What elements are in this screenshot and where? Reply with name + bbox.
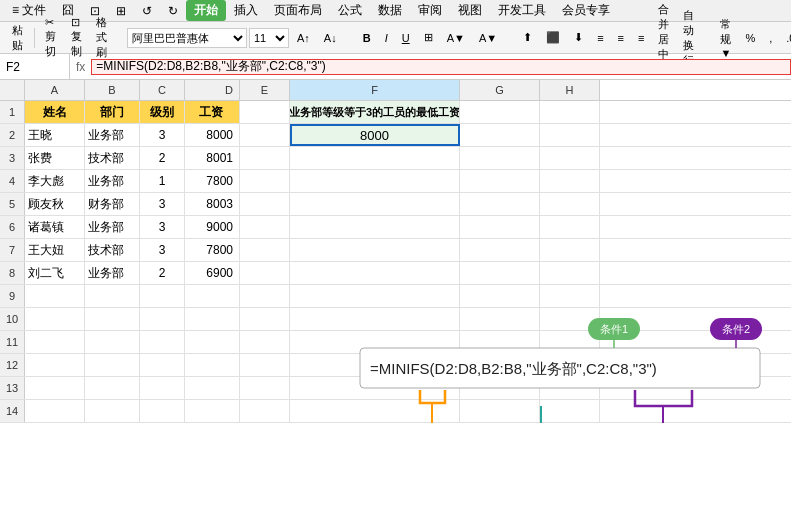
border-button[interactable]: ⊞ [418,28,439,47]
col-header-h[interactable]: H [540,80,600,100]
cell-c1[interactable]: 级别 [140,101,185,123]
cell-e7[interactable] [240,239,290,261]
menu-view[interactable]: 视图 [450,0,490,21]
cell-e6[interactable] [240,216,290,238]
cell-f8[interactable] [290,262,460,284]
cell-b7[interactable]: 技术部 [85,239,140,261]
format-painter-button[interactable]: 格式刷 [90,12,113,63]
cell-f9[interactable] [290,285,460,307]
cell-a1[interactable]: 姓名 [25,101,85,123]
cell-g5[interactable] [460,193,540,215]
cell-reference[interactable]: F2 [0,54,70,79]
align-top-button[interactable]: ⬆ [517,28,538,47]
cell-e5[interactable] [240,193,290,215]
cell-b9[interactable] [85,285,140,307]
cell-e3[interactable] [240,147,290,169]
cell-c8[interactable]: 2 [140,262,185,284]
cell-a2[interactable]: 王晓 [25,124,85,146]
align-right-button[interactable]: ≡ [632,29,650,47]
cell-f5[interactable] [290,193,460,215]
comma-button[interactable]: , [763,29,778,47]
cell-h5[interactable] [540,193,600,215]
font-name-select[interactable]: 阿里巴巴普惠体 [127,28,247,48]
col-header-g[interactable]: G [460,80,540,100]
cell-f1[interactable]: 业务部等级等于3的工员的最低工资 [290,101,460,123]
cell-h9[interactable] [540,285,600,307]
cell-b2[interactable]: 业务部 [85,124,140,146]
cell-h8[interactable] [540,262,600,284]
fill-color-button[interactable]: A▼ [441,29,471,47]
cell-d5[interactable]: 8003 [185,193,240,215]
increase-decimal-button[interactable]: .0 [780,29,791,47]
cell-b5[interactable]: 财务部 [85,193,140,215]
cell-d6[interactable]: 9000 [185,216,240,238]
cell-g7[interactable] [460,239,540,261]
cell-f7[interactable] [290,239,460,261]
cell-e1[interactable] [240,101,290,123]
font-grow-button[interactable]: A↑ [291,29,316,47]
menu-data[interactable]: 数据 [370,0,410,21]
cell-e4[interactable] [240,170,290,192]
cell-e2[interactable] [240,124,290,146]
font-size-select[interactable]: 11 [249,28,289,48]
font-shrink-button[interactable]: A↓ [318,29,343,47]
menu-formula[interactable]: 公式 [330,0,370,21]
cell-g6[interactable] [460,216,540,238]
col-header-d[interactable]: D [185,80,240,100]
align-center-button[interactable]: ≡ [612,29,630,47]
menu-page-layout[interactable]: 页面布局 [266,0,330,21]
cell-d1[interactable]: 工资 [185,101,240,123]
col-header-b[interactable]: B [85,80,140,100]
cell-d8[interactable]: 6900 [185,262,240,284]
align-mid-button[interactable]: ⬛ [540,28,566,47]
cell-a7[interactable]: 王大妞 [25,239,85,261]
cell-d9[interactable] [185,285,240,307]
cell-c2[interactable]: 3 [140,124,185,146]
menu-undo[interactable]: ↺ [134,2,160,20]
col-header-c[interactable]: C [140,80,185,100]
menu-redo[interactable]: ↻ [160,2,186,20]
cell-c4[interactable]: 1 [140,170,185,192]
cell-h7[interactable] [540,239,600,261]
cell-f6[interactable] [290,216,460,238]
cell-d4[interactable]: 7800 [185,170,240,192]
cell-b6[interactable]: 业务部 [85,216,140,238]
cell-a6[interactable]: 诸葛镇 [25,216,85,238]
formula-input[interactable] [91,59,791,75]
align-left-button[interactable]: ≡ [591,29,609,47]
cell-e8[interactable] [240,262,290,284]
percent-button[interactable]: % [739,29,761,47]
italic-button[interactable]: I [379,29,394,47]
col-header-e[interactable]: E [240,80,290,100]
cell-h4[interactable] [540,170,600,192]
cell-d3[interactable]: 8001 [185,147,240,169]
cell-h3[interactable] [540,147,600,169]
cell-c6[interactable]: 3 [140,216,185,238]
cell-f2[interactable]: 8000 [290,124,460,146]
cell-b4[interactable]: 业务部 [85,170,140,192]
cell-a5[interactable]: 顾友秋 [25,193,85,215]
cell-g2[interactable] [460,124,540,146]
cell-h1[interactable] [540,101,600,123]
cell-d7[interactable]: 7800 [185,239,240,261]
bold-button[interactable]: B [357,29,377,47]
cell-g3[interactable] [460,147,540,169]
cell-c9[interactable] [140,285,185,307]
cell-a8[interactable]: 刘二飞 [25,262,85,284]
paste-button[interactable]: 粘贴 [6,20,29,56]
menu-insert[interactable]: 插入 [226,0,266,21]
cell-c7[interactable]: 3 [140,239,185,261]
cell-b1[interactable]: 部门 [85,101,140,123]
align-bot-button[interactable]: ⬇ [568,28,589,47]
cell-a4[interactable]: 李大彪 [25,170,85,192]
font-color-button[interactable]: A▼ [473,29,503,47]
menu-review[interactable]: 审阅 [410,0,450,21]
cell-b3[interactable]: 技术部 [85,147,140,169]
cell-h2[interactable] [540,124,600,146]
cell-f4[interactable] [290,170,460,192]
cell-c5[interactable]: 3 [140,193,185,215]
cell-h6[interactable] [540,216,600,238]
number-format-select[interactable]: 常规 ▼ [714,14,737,62]
cell-g4[interactable] [460,170,540,192]
cell-c3[interactable]: 2 [140,147,185,169]
